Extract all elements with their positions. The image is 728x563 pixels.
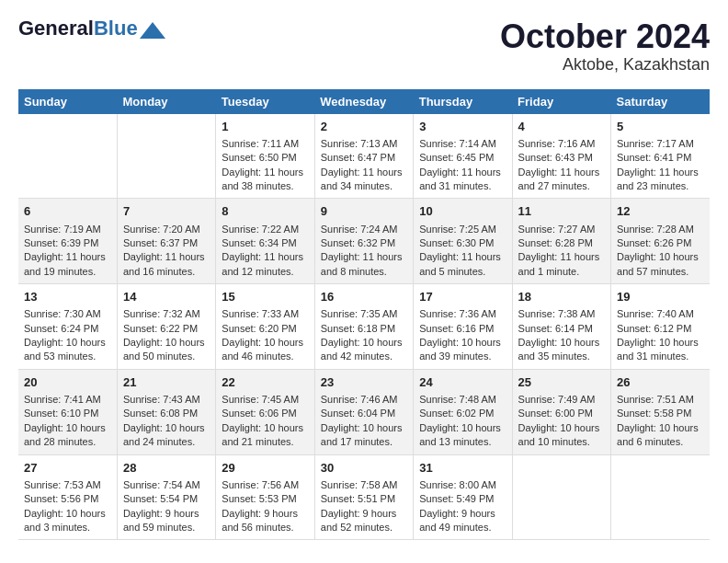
calendar-week-3: 13Sunrise: 7:30 AM Sunset: 6:24 PM Dayli…: [18, 284, 710, 370]
col-thursday: Thursday: [414, 89, 512, 114]
day-number: 25: [518, 374, 605, 391]
calendar-cell: 19Sunrise: 7:40 AM Sunset: 6:12 PM Dayli…: [611, 284, 710, 370]
calendar-cell: 26Sunrise: 7:51 AM Sunset: 5:58 PM Dayli…: [611, 369, 710, 454]
day-number: 16: [321, 289, 407, 305]
calendar-cell: 6Sunrise: 7:19 AM Sunset: 6:39 PM Daylig…: [18, 199, 117, 284]
day-info: Sunrise: 7:45 AM Sunset: 6:06 PM Dayligh…: [222, 393, 308, 450]
calendar-table: Sunday Monday Tuesday Wednesday Thursday…: [18, 89, 710, 541]
calendar-cell: 22Sunrise: 7:45 AM Sunset: 6:06 PM Dayli…: [216, 369, 314, 454]
logo-text: GeneralBlue: [18, 18, 138, 39]
day-info: Sunrise: 7:16 AM Sunset: 6:43 PM Dayligh…: [518, 137, 605, 194]
day-info: Sunrise: 7:13 AM Sunset: 6:47 PM Dayligh…: [321, 137, 407, 194]
day-number: 2: [321, 119, 407, 135]
calendar-cell: [611, 454, 710, 540]
calendar-cell: 23Sunrise: 7:46 AM Sunset: 6:04 PM Dayli…: [314, 369, 413, 454]
col-tuesday: Tuesday: [216, 89, 314, 114]
calendar-cell: 16Sunrise: 7:35 AM Sunset: 6:18 PM Dayli…: [314, 284, 413, 370]
day-info: Sunrise: 7:17 AM Sunset: 6:41 PM Dayligh…: [617, 137, 704, 194]
calendar-cell: 31Sunrise: 8:00 AM Sunset: 5:49 PM Dayli…: [414, 454, 512, 540]
day-info: Sunrise: 7:41 AM Sunset: 6:10 PM Dayligh…: [24, 393, 111, 450]
calendar-cell: 27Sunrise: 7:53 AM Sunset: 5:56 PM Dayli…: [18, 454, 117, 540]
day-info: Sunrise: 8:00 AM Sunset: 5:49 PM Dayligh…: [419, 478, 506, 535]
day-number: 13: [24, 289, 111, 305]
day-info: Sunrise: 7:49 AM Sunset: 6:00 PM Dayligh…: [518, 393, 605, 450]
calendar-cell: 12Sunrise: 7:28 AM Sunset: 6:26 PM Dayli…: [611, 199, 710, 284]
logo: GeneralBlue: [18, 18, 165, 39]
calendar-cell: 25Sunrise: 7:49 AM Sunset: 6:00 PM Dayli…: [512, 369, 610, 454]
day-info: Sunrise: 7:48 AM Sunset: 6:02 PM Dayligh…: [419, 393, 506, 450]
day-number: 1: [222, 119, 308, 135]
day-number: 31: [419, 460, 506, 477]
calendar-cell: 9Sunrise: 7:24 AM Sunset: 6:32 PM Daylig…: [314, 199, 413, 284]
day-number: 6: [24, 203, 111, 220]
calendar-week-1: 1Sunrise: 7:11 AM Sunset: 6:50 PM Daylig…: [18, 114, 710, 199]
day-info: Sunrise: 7:40 AM Sunset: 6:12 PM Dayligh…: [617, 307, 704, 364]
calendar-cell: 11Sunrise: 7:27 AM Sunset: 6:28 PM Dayli…: [512, 199, 610, 284]
day-info: Sunrise: 7:14 AM Sunset: 6:45 PM Dayligh…: [419, 137, 506, 194]
calendar-week-5: 27Sunrise: 7:53 AM Sunset: 5:56 PM Dayli…: [18, 454, 710, 540]
calendar-cell: 5Sunrise: 7:17 AM Sunset: 6:41 PM Daylig…: [611, 114, 710, 199]
day-info: Sunrise: 7:32 AM Sunset: 6:22 PM Dayligh…: [123, 307, 210, 364]
day-info: Sunrise: 7:46 AM Sunset: 6:04 PM Dayligh…: [321, 393, 407, 450]
day-info: Sunrise: 7:22 AM Sunset: 6:34 PM Dayligh…: [222, 223, 308, 280]
calendar-cell: 24Sunrise: 7:48 AM Sunset: 6:02 PM Dayli…: [414, 369, 512, 454]
calendar-cell: 4Sunrise: 7:16 AM Sunset: 6:43 PM Daylig…: [512, 114, 610, 199]
calendar-cell: 20Sunrise: 7:41 AM Sunset: 6:10 PM Dayli…: [18, 369, 117, 454]
day-number: 29: [222, 460, 308, 477]
day-number: 23: [321, 374, 407, 391]
col-sunday: Sunday: [18, 89, 117, 114]
day-number: 26: [617, 374, 704, 391]
day-info: Sunrise: 7:35 AM Sunset: 6:18 PM Dayligh…: [321, 307, 407, 364]
day-info: Sunrise: 7:19 AM Sunset: 6:39 PM Dayligh…: [24, 223, 111, 280]
day-number: 15: [222, 289, 308, 305]
logo-general: General: [18, 17, 94, 40]
day-info: Sunrise: 7:25 AM Sunset: 6:30 PM Dayligh…: [419, 223, 506, 280]
calendar-cell: 30Sunrise: 7:58 AM Sunset: 5:51 PM Dayli…: [314, 454, 413, 540]
title-block: October 2024 Aktobe, Kazakhstan: [500, 18, 710, 75]
day-number: 22: [222, 374, 308, 391]
logo-blue: Blue: [94, 17, 138, 40]
calendar-cell: 8Sunrise: 7:22 AM Sunset: 6:34 PM Daylig…: [216, 199, 314, 284]
day-info: Sunrise: 7:24 AM Sunset: 6:32 PM Dayligh…: [321, 223, 407, 280]
calendar-cell: [117, 114, 215, 199]
day-info: Sunrise: 7:38 AM Sunset: 6:14 PM Dayligh…: [518, 307, 605, 364]
page-header: GeneralBlue October 2024 Aktobe, Kazakhs…: [18, 18, 710, 75]
col-saturday: Saturday: [611, 89, 710, 114]
day-number: 18: [518, 289, 605, 305]
calendar-cell: 28Sunrise: 7:54 AM Sunset: 5:54 PM Dayli…: [117, 454, 215, 540]
calendar-cell: 15Sunrise: 7:33 AM Sunset: 6:20 PM Dayli…: [216, 284, 314, 370]
header-row: Sunday Monday Tuesday Wednesday Thursday…: [18, 89, 710, 114]
day-number: 11: [518, 203, 605, 220]
day-number: 28: [123, 460, 210, 477]
calendar-cell: 14Sunrise: 7:32 AM Sunset: 6:22 PM Dayli…: [117, 284, 215, 370]
calendar-cell: 21Sunrise: 7:43 AM Sunset: 6:08 PM Dayli…: [117, 369, 215, 454]
calendar-cell: 17Sunrise: 7:36 AM Sunset: 6:16 PM Dayli…: [414, 284, 512, 370]
day-number: 8: [222, 203, 308, 220]
calendar-cell: 1Sunrise: 7:11 AM Sunset: 6:50 PM Daylig…: [216, 114, 314, 199]
day-info: Sunrise: 7:53 AM Sunset: 5:56 PM Dayligh…: [24, 478, 111, 535]
day-number: 10: [419, 203, 506, 220]
day-info: Sunrise: 7:36 AM Sunset: 6:16 PM Dayligh…: [419, 307, 506, 364]
col-monday: Monday: [117, 89, 215, 114]
location: Aktobe, Kazakhstan: [500, 55, 710, 75]
day-number: 24: [419, 374, 506, 391]
day-info: Sunrise: 7:43 AM Sunset: 6:08 PM Dayligh…: [123, 393, 210, 450]
day-info: Sunrise: 7:28 AM Sunset: 6:26 PM Dayligh…: [617, 223, 704, 280]
day-number: 14: [123, 289, 210, 305]
day-number: 5: [617, 119, 704, 135]
calendar-cell: 10Sunrise: 7:25 AM Sunset: 6:30 PM Dayli…: [414, 199, 512, 284]
day-number: 20: [24, 374, 111, 391]
calendar-cell: [512, 454, 610, 540]
day-number: 30: [321, 460, 407, 477]
day-number: 9: [321, 203, 407, 220]
calendar-week-2: 6Sunrise: 7:19 AM Sunset: 6:39 PM Daylig…: [18, 199, 710, 284]
day-number: 3: [419, 119, 506, 135]
day-number: 12: [617, 203, 704, 220]
day-info: Sunrise: 7:30 AM Sunset: 6:24 PM Dayligh…: [24, 307, 111, 364]
day-number: 7: [123, 203, 210, 220]
calendar-cell: [18, 114, 117, 199]
logo-arrow-icon: [140, 22, 165, 39]
day-number: 27: [24, 460, 111, 477]
day-info: Sunrise: 7:11 AM Sunset: 6:50 PM Dayligh…: [222, 137, 308, 194]
day-number: 21: [123, 374, 210, 391]
